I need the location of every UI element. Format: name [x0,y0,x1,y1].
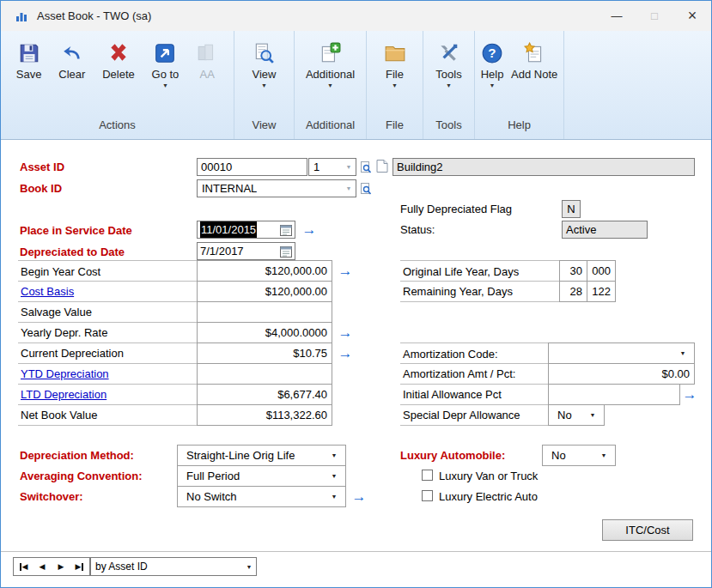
initial-allowance-field[interactable] [548,384,680,405]
add-note-button[interactable]: Add Note [509,39,559,82]
current-depreciation-label: Current Depreciation [18,342,198,364]
goto-arrow-icon [154,40,176,66]
salvage-value-field[interactable] [197,301,332,323]
ytd-depreciation-label[interactable]: YTD Depreciation [18,363,198,385]
amortization-code-select[interactable]: ▼ [548,342,695,364]
chevron-down-icon: ▼ [392,82,398,88]
analytical-accounting-icon [196,40,218,66]
begin-year-cost-field[interactable]: $120,000.00 [197,260,332,282]
toolbar-group-label-additional: Additional [295,118,366,139]
calendar-icon[interactable] [280,246,292,258]
chevron-down-icon: ▼ [676,343,690,363]
window-title: Asset Book - TWO (sa) [37,9,151,22]
aa-button-label: AA [199,69,214,81]
luxury-electric-auto-label[interactable]: Luxury Electric Auto [439,488,538,506]
original-life-years-field[interactable]: 30 [559,260,587,282]
begin-year-cost-expansion-arrow-icon[interactable]: → [337,264,354,279]
luxury-electric-auto-checkbox[interactable] [422,490,433,501]
floppy-disk-icon [18,40,40,66]
asset-suffix-select[interactable]: 1 ▼ [308,158,356,176]
place-in-service-label: Place in Service Date [20,221,132,239]
first-record-button[interactable]: ◀ [14,558,33,575]
asset-id-label: Asset ID [20,158,64,176]
calendar-icon[interactable] [280,224,292,236]
begin-year-cost-label: Begin Year Cost [18,260,198,282]
chevron-down-icon: ▼ [327,487,341,506]
luxury-automobile-select[interactable]: No ▼ [542,445,616,466]
cost-basis-field[interactable]: $120,000.00 [197,281,332,302]
amortization-amt-pct-field[interactable]: $0.00 [548,363,695,385]
file-button[interactable]: File ▼ [382,39,408,90]
toolbar-group-label-file: File [367,118,423,139]
chevron-down-icon: ▼ [327,466,341,486]
book-id-select[interactable]: INTERNAL ▼ [197,179,356,197]
itc-cost-button[interactable]: ITC/Cost [602,519,693,541]
ytd-depreciation-field[interactable] [197,363,332,385]
ltd-depreciation-label[interactable]: LTD Depreciation [18,384,198,405]
undo-arrow-icon [61,40,83,66]
current-depreciation-expansion-arrow-icon[interactable]: → [337,346,354,361]
help-button-label: Help [481,69,504,81]
toolbar-group-label-view: View [234,118,294,139]
luxury-van-or-truck-checkbox[interactable] [422,470,433,481]
toolbar-group-tools: Tools ▼ Tools [423,31,475,139]
last-record-button[interactable]: ▶ [70,558,89,575]
question-mark-icon: ? [481,40,503,66]
chevron-down-icon: ▼ [586,405,599,425]
yearly-depr-rate-expansion-arrow-icon[interactable]: → [337,325,354,341]
tools-icon [437,40,459,66]
switchover-select[interactable]: No Switch ▼ [177,486,346,507]
original-life-label: Original Life Year, Days [400,260,560,282]
add-note-button-label: Add Note [511,69,557,81]
save-button[interactable]: Save [15,39,44,82]
goto-button[interactable]: Go to ▼ [150,39,181,90]
delete-button[interactable]: Delete [100,39,137,82]
svg-text:?: ? [488,45,496,60]
minimize-button[interactable]: — [598,1,636,31]
initial-allowance-expansion-arrow-icon[interactable]: → [681,387,698,403]
special-depr-allowance-select[interactable]: No ▼ [548,404,605,426]
next-record-button[interactable]: ▶ [52,558,70,575]
asset-lookup-button[interactable] [359,159,373,175]
remaining-life-days-field: 122 [587,281,616,302]
window-controls: — □ × [598,1,711,31]
depreciation-method-select[interactable]: Straight-Line Orig Life ▼ [177,445,346,466]
tools-button-label: Tools [435,69,461,81]
switchover-expansion-arrow-icon[interactable]: → [350,489,368,505]
place-in-service-expansion-arrow-icon[interactable]: → [301,222,318,238]
asset-id-field[interactable]: 00010 [197,158,307,176]
help-button[interactable]: ? Help ▼ [479,39,506,90]
folder-icon [384,40,406,66]
toolbar: Save Clear Delete [1,31,711,140]
book-lookup-button[interactable] [359,180,373,197]
depreciation-method-label: Depreciation Method: [20,445,134,466]
initial-allowance-label: Initial Allowance Pct [400,384,549,405]
tools-button[interactable]: Tools ▼ [434,39,463,90]
delete-button-label: Delete [102,69,135,81]
additional-button[interactable]: Additional ▼ [304,39,356,90]
averaging-convention-value: Full Period [182,466,240,486]
previous-record-button[interactable]: ◀ [33,558,52,575]
place-in-service-field[interactable]: 11/01/2015 [197,221,295,239]
yearly-depr-rate-field[interactable]: $4,000.0000 [197,322,332,343]
maximize-button[interactable]: □ [636,1,673,31]
averaging-convention-label: Averaging Convention: [20,465,143,487]
view-button[interactable]: View ▼ [251,39,278,90]
cost-basis-label[interactable]: Cost Basis [18,281,198,302]
book-id-label: Book ID [20,179,62,197]
depreciated-to-field[interactable]: 7/1/2017 [197,242,295,260]
averaging-convention-select[interactable]: Full Period ▼ [177,465,346,487]
clear-button[interactable]: Clear [57,39,87,82]
original-life-days-field[interactable]: 000 [587,260,616,282]
close-button[interactable]: × [673,1,711,31]
chevron-down-icon: ▼ [490,82,496,88]
luxury-automobile-label: Luxury Automobile: [400,445,505,466]
luxury-van-or-truck-label[interactable]: Luxury Van or Truck [439,467,538,485]
view-button-label: View [253,69,277,81]
chevron-down-icon: ▼ [597,446,611,465]
current-depreciation-field: $10.75 [197,342,332,364]
sort-by-select[interactable]: by Asset ID ▼ [90,557,257,576]
note-icon[interactable] [376,159,388,173]
chevron-down-icon: ▼ [162,82,168,88]
app-chart-icon [15,9,28,24]
